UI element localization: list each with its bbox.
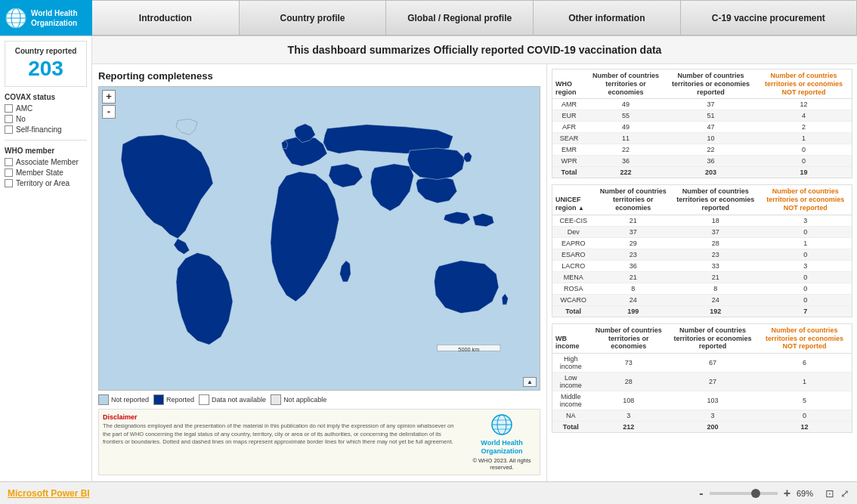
unicef-reported-cell: 18	[672, 215, 759, 226]
svg-text:5000 km: 5000 km	[458, 346, 479, 353]
covax-no-label: No	[16, 115, 26, 123]
sidebar: Country reported 203 COVAX status AMC No…	[0, 36, 92, 481]
wb-total-row: Total 212 200 12	[552, 422, 852, 433]
dashboard-title: This dashboard summarizes Officially rep…	[92, 36, 857, 64]
unicef-reported-cell: 23	[672, 249, 759, 260]
unicef-not-reported-cell: 3	[760, 260, 852, 271]
tab-vaccine-procurement[interactable]: C-19 vaccine procurement	[681, 0, 857, 36]
wb-reported-cell: 103	[668, 391, 757, 410]
map-section: Reporting completeness + -	[92, 64, 547, 481]
unicef-reported-cell: 33	[672, 260, 759, 271]
who-reported-cell: 47	[666, 122, 756, 133]
who-not-reported-cell: 0	[756, 156, 852, 167]
fullscreen-icon[interactable]: ⤢	[840, 487, 849, 499]
wb-total-label: Total	[552, 422, 589, 433]
wb-reported-col-header: Number of countries territories or econo…	[668, 324, 757, 354]
tab-other-information[interactable]: Other information	[534, 0, 681, 36]
unicef-total-cell: 37	[594, 226, 672, 237]
wb-total-cell: 73	[589, 354, 668, 373]
zoom-slider-thumb[interactable]	[751, 489, 760, 498]
who-table-row: SEAR 11 10 1	[552, 133, 852, 144]
who-territory-checkbox[interactable]	[5, 179, 13, 187]
who-not-reported-cell: 1	[756, 133, 852, 144]
who-associate-checkbox[interactable]	[5, 158, 13, 166]
wb-table-row: NA 3 3 0	[552, 410, 852, 422]
country-reported-box: Country reported 203	[5, 41, 87, 87]
wb-table-row: Low income 28 27 1	[552, 373, 852, 391]
tab-global-regional-profile[interactable]: Global / Regional profile	[386, 0, 534, 36]
wb-reported-cell: 67	[668, 354, 757, 373]
who-logo-text-line1: World Health	[31, 8, 77, 18]
wb-reported-cell: 27	[668, 373, 757, 391]
wb-not-reported-cell: 0	[757, 410, 852, 422]
unicef-grand-not-reported: 7	[760, 305, 852, 317]
map-container: + -	[98, 86, 540, 391]
unicef-total-cell: 24	[594, 294, 672, 305]
who-not-reported-cell: 0	[756, 144, 852, 156]
covax-status-label: COVAX status	[5, 93, 87, 101]
unicef-region-cell: CEE-CIS	[552, 215, 594, 226]
who-member-label: WHO member	[5, 147, 87, 155]
wb-reported-cell: 3	[668, 410, 757, 422]
unicef-region-table-wrapper: UNICEF region ▲ Number of countries terr…	[552, 184, 852, 317]
wb-income-cell: NA	[552, 410, 589, 422]
who-reported-col-header: Number of countries territories or econo…	[666, 70, 756, 99]
tab-introduction[interactable]: Introduction	[92, 0, 240, 36]
map-zoom-minus-button[interactable]: -	[102, 105, 116, 119]
disclaimer-title: Disclaimer	[103, 413, 462, 421]
who-reported-cell: 37	[666, 99, 756, 110]
wb-not-reported-cell: 5	[757, 391, 852, 410]
legend-not-reported: Not reported	[98, 394, 149, 405]
unicef-table-row: Dev 37 37 0	[552, 226, 852, 237]
who-memberstate-label: Member State	[16, 169, 63, 177]
tab-country-profile[interactable]: Country profile	[240, 0, 387, 36]
zoom-minus-button[interactable]: -	[699, 487, 703, 500]
who-total-cell: 11	[586, 133, 666, 144]
unicef-table-row: ROSA 8 8 0	[552, 283, 852, 294]
who-memberstate-item: Member State	[5, 169, 87, 177]
who-grand-total: 222	[586, 167, 666, 178]
covax-selffinancing-checkbox[interactable]	[5, 125, 13, 134]
wb-grand-total: 212	[589, 422, 668, 433]
disclaimer-text: The designations employed and the presen…	[103, 422, 462, 447]
disclaimer-copyright: © WHO 2023. All rights reserved.	[468, 457, 536, 471]
who-table-row: AFR 49 47 2	[552, 122, 852, 133]
sidebar-divider	[5, 140, 87, 141]
who-region-cell: AFR	[552, 122, 586, 133]
unicef-not-reported-cell: 0	[760, 271, 852, 283]
covax-no-checkbox[interactable]	[5, 115, 13, 123]
unicef-region-cell: MENA	[552, 271, 594, 283]
who-not-reported-cell: 2	[756, 122, 852, 133]
map-zoom-plus-button[interactable]: +	[102, 90, 116, 104]
unicef-not-reported-cell: 0	[760, 226, 852, 237]
who-total-col-header: Number of countries territories or econo…	[586, 70, 666, 99]
who-reported-cell: 36	[666, 156, 756, 167]
unicef-region-cell: EAPRO	[552, 237, 594, 249]
unicef-not-reported-cell: 0	[760, 283, 852, 294]
map-legend: Not reported Reported Data not available…	[98, 394, 540, 405]
legend-data-not-available: Data not available	[199, 394, 266, 405]
zoom-plus-button[interactable]: +	[784, 487, 790, 500]
who-total-row: Total 222 203 19	[552, 167, 852, 178]
who-region-cell: AMR	[552, 99, 586, 110]
bottom-bar: Microsoft Power BI - + 69% ⊡ ⤢	[0, 481, 857, 504]
unicef-region-cell: WCARO	[552, 294, 594, 305]
who-not-reported-cell: 12	[756, 99, 852, 110]
who-total-cell: 55	[586, 110, 666, 122]
map-sort-icon: ▲	[523, 377, 537, 387]
who-region-cell: EUR	[552, 110, 586, 122]
disclaimer-section: Disclaimer The designations employed and…	[98, 409, 540, 475]
zoom-slider-track[interactable]	[710, 492, 778, 495]
covax-amc-checkbox[interactable]	[5, 104, 13, 113]
unicef-table-row: WCARO 24 24 0	[552, 294, 852, 305]
who-memberstate-checkbox[interactable]	[5, 169, 13, 177]
unicef-grand-total: 199	[594, 305, 672, 317]
who-table-row: AMR 49 37 12	[552, 99, 852, 110]
powerbi-link[interactable]: Microsoft Power BI	[8, 488, 90, 499]
unicef-not-reported-col-header: Number of countries territories or econo…	[760, 185, 852, 215]
unicef-table-row: LACRO 36 33 3	[552, 260, 852, 271]
unicef-total-cell: 21	[594, 271, 672, 283]
who-not-reported-cell: 4	[756, 110, 852, 122]
fit-to-window-icon[interactable]: ⊡	[825, 487, 834, 499]
who-grand-not-reported: 19	[756, 167, 852, 178]
